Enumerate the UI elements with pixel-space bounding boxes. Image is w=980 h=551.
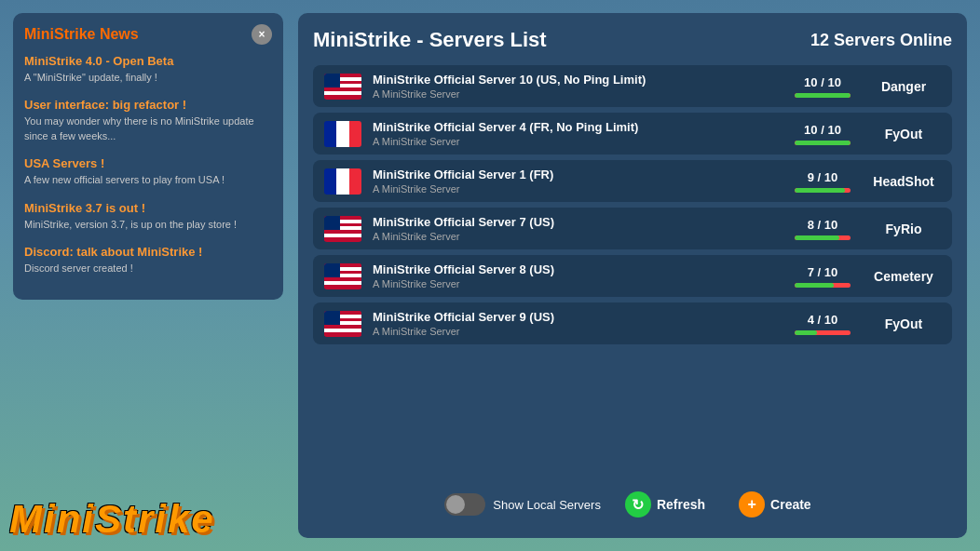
flag-fr-icon <box>324 121 361 147</box>
server-capacity: 10 / 10 <box>790 75 855 98</box>
bottom-bar: Show Local Servers ↻ Refresh + Create <box>313 477 952 523</box>
news-item-title: MiniStrike 4.0 - Open Beta <box>24 54 272 68</box>
flag-us-icon <box>324 263 361 289</box>
server-map: Danger <box>866 79 941 94</box>
server-name: MiniStrike Official Server 7 (US) <box>373 215 779 229</box>
server-capacity: 7 / 10 <box>790 265 855 288</box>
capacity-text: 10 / 10 <box>804 75 841 89</box>
news-item-desc: MiniStrike, version 3.7, is up on the pl… <box>24 218 272 232</box>
news-item[interactable]: User interface: big refactor ! You may w… <box>24 98 272 143</box>
server-capacity: 8 / 10 <box>790 218 855 240</box>
server-map: Cemetery <box>866 269 941 284</box>
refresh-label: Refresh <box>657 497 705 512</box>
capacity-bar <box>795 141 851 145</box>
server-capacity: 4 / 10 <box>790 313 855 335</box>
create-button[interactable]: + Create <box>729 486 821 523</box>
toggle-container: Show Local Servers <box>444 493 601 516</box>
server-type: A MiniStrike Server <box>373 326 779 337</box>
server-info: MiniStrike Official Server 10 (US, No Pi… <box>373 73 779 100</box>
flag-fr-icon <box>324 168 361 195</box>
capacity-text: 10 / 10 <box>804 123 841 137</box>
news-panel-header: MiniStrike News × <box>24 24 272 45</box>
server-name: MiniStrike Official Server 4 (FR, No Pin… <box>373 120 779 134</box>
capacity-bar <box>795 188 851 193</box>
server-name: MiniStrike Official Server 9 (US) <box>373 310 779 324</box>
toggle-knob <box>446 495 465 514</box>
capacity-bar-fill <box>795 141 851 145</box>
flag-us-icon <box>324 311 361 337</box>
server-row[interactable]: MiniStrike Official Server 7 (US) A Mini… <box>313 208 952 249</box>
create-icon: + <box>739 491 765 517</box>
toggle-label: Show Local Servers <box>493 498 601 512</box>
news-item-title: User interface: big refactor ! <box>24 98 272 112</box>
server-row[interactable]: MiniStrike Official Server 1 (FR) A Mini… <box>313 160 952 202</box>
capacity-bar-fill <box>795 283 834 288</box>
server-name: MiniStrike Official Server 10 (US, No Pi… <box>373 73 779 87</box>
news-item[interactable]: MiniStrike 4.0 - Open Beta A "MiniStrike… <box>24 54 272 85</box>
create-label: Create <box>770 497 811 512</box>
servers-title: MiniStrike - Servers List <box>313 28 547 52</box>
server-name: MiniStrike Official Server 8 (US) <box>373 262 779 276</box>
server-name: MiniStrike Official Server 1 (FR) <box>373 168 779 181</box>
capacity-text: 7 / 10 <box>808 265 838 279</box>
capacity-bar <box>795 330 851 335</box>
server-map: HeadShot <box>866 174 941 189</box>
news-item-title: USA Servers ! <box>24 156 272 170</box>
server-info: MiniStrike Official Server 7 (US) A Mini… <box>373 215 779 242</box>
news-item-desc: You may wonder why there is no MiniStrik… <box>24 114 272 143</box>
flag-us-icon <box>324 74 361 100</box>
logo-text: MiniStrike <box>9 497 215 541</box>
server-info: MiniStrike Official Server 8 (US) A Mini… <box>373 262 779 289</box>
news-close-button[interactable]: × <box>252 24 272 45</box>
servers-header: MiniStrike - Servers List 12 Servers Onl… <box>313 28 952 52</box>
server-type: A MiniStrike Server <box>373 231 779 242</box>
news-item-desc: A few new official servers to play from … <box>24 173 272 187</box>
refresh-icon: ↻ <box>625 491 651 517</box>
capacity-text: 4 / 10 <box>808 313 838 327</box>
capacity-bar-fill <box>795 93 851 98</box>
server-map: FyOut <box>866 127 941 141</box>
capacity-bar-fill <box>795 188 845 193</box>
news-item-title: MiniStrike 3.7 is out ! <box>24 201 272 215</box>
server-info: MiniStrike Official Server 1 (FR) A Mini… <box>373 168 779 195</box>
capacity-text: 9 / 10 <box>808 170 838 184</box>
news-item[interactable]: Discord: talk about MiniStrike ! Discord… <box>24 245 272 276</box>
server-type: A MiniStrike Server <box>373 88 779 100</box>
capacity-bar <box>795 235 851 240</box>
capacity-bar <box>795 283 851 288</box>
servers-online-count: 12 Servers Online <box>810 31 952 50</box>
news-panel: MiniStrike News × MiniStrike 4.0 - Open … <box>13 13 283 300</box>
server-row[interactable]: MiniStrike Official Server 10 (US, No Pi… <box>313 65 952 107</box>
show-local-toggle[interactable] <box>444 493 485 516</box>
news-panel-title: MiniStrike News <box>24 26 139 43</box>
server-map: FyOut <box>866 316 941 331</box>
server-type: A MiniStrike Server <box>373 278 779 289</box>
news-item-title: Discord: talk about MiniStrike ! <box>24 245 272 259</box>
server-type: A MiniStrike Server <box>373 183 779 195</box>
server-row[interactable]: MiniStrike Official Server 8 (US) A Mini… <box>313 255 952 297</box>
server-row[interactable]: MiniStrike Official Server 9 (US) A Mini… <box>313 302 952 344</box>
logo-area: MiniStrike <box>9 497 215 542</box>
refresh-button[interactable]: ↻ Refresh <box>616 486 715 523</box>
server-info: MiniStrike Official Server 4 (FR, No Pin… <box>373 120 779 147</box>
news-item-desc: Discord server created ! <box>24 262 272 276</box>
server-map: FyRio <box>866 222 941 236</box>
capacity-bar-fill <box>795 235 839 240</box>
flag-us-icon <box>324 216 361 242</box>
servers-panel: MiniStrike - Servers List 12 Servers Onl… <box>298 13 967 538</box>
servers-list: MiniStrike Official Server 10 (US, No Pi… <box>313 65 952 477</box>
server-capacity: 10 / 10 <box>790 123 855 145</box>
capacity-bar <box>795 93 851 98</box>
server-type: A MiniStrike Server <box>373 136 779 147</box>
server-info: MiniStrike Official Server 9 (US) A Mini… <box>373 310 779 337</box>
news-item[interactable]: USA Servers ! A few new official servers… <box>24 156 272 187</box>
capacity-bar-fill <box>795 330 817 335</box>
server-capacity: 9 / 10 <box>790 170 855 193</box>
server-row[interactable]: MiniStrike Official Server 4 (FR, No Pin… <box>313 113 952 155</box>
capacity-text: 8 / 10 <box>808 218 838 232</box>
news-item-desc: A "MiniStrike" update, finally ! <box>24 71 272 85</box>
news-item[interactable]: MiniStrike 3.7 is out ! MiniStrike, vers… <box>24 201 272 232</box>
